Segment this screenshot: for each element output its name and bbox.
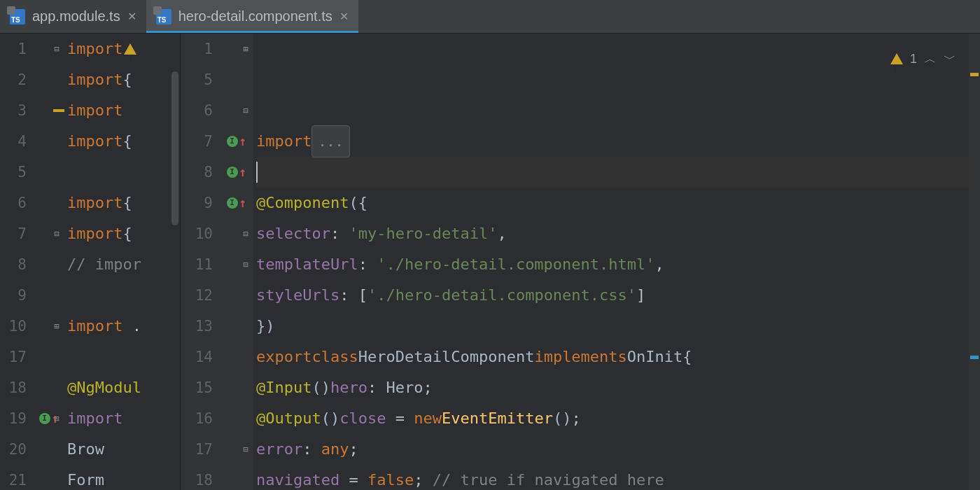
code-line[interactable]: import . (67, 311, 180, 342)
arrow-up-icon: ↑ (239, 157, 247, 188)
warning-count: 1 (910, 43, 917, 74)
line-number: 8 (0, 249, 27, 280)
line-number: 7 (181, 126, 213, 157)
gutter-marker (220, 403, 253, 434)
gutter-markers: I↑I↑I↑ (220, 34, 253, 490)
fold-collapse-icon[interactable] (52, 44, 62, 54)
gutter-marker (34, 34, 64, 64)
code-line[interactable]: // impor (67, 249, 180, 280)
gutter-marker (34, 95, 64, 126)
code-line[interactable]: navigated = false; // true if navigated … (256, 465, 969, 490)
editor-right[interactable]: 156789101112131415161718 I↑I↑I↑ 1 ︿ ﹀ im… (181, 34, 980, 490)
close-icon[interactable]: ✕ (340, 10, 349, 23)
gutter-marker (220, 249, 253, 280)
fold-collapse-icon[interactable] (52, 229, 62, 239)
fold-collapse-icon[interactable] (241, 229, 251, 239)
line-number: 9 (0, 280, 27, 311)
chevron-down-icon[interactable]: ﹀ (944, 43, 956, 74)
gutter-marker: I↑ (34, 403, 64, 434)
line-number: 20 (0, 434, 27, 465)
inspection-widget[interactable]: 1 ︿ ﹀ (890, 43, 956, 74)
gutter-marker (220, 64, 253, 95)
code-line[interactable]: import { (67, 218, 180, 249)
code-line[interactable]: import (67, 95, 180, 126)
gutter-marker: I↑ (220, 188, 253, 218)
gutter-line-numbers: 156789101112131415161718 (181, 34, 220, 490)
code-line[interactable]: @Input() hero: Hero; (256, 372, 969, 403)
code-line[interactable]: import { (67, 64, 180, 95)
line-number: 9 (181, 188, 213, 218)
code-line[interactable]: import (67, 403, 180, 434)
typescript-file-icon: TS (156, 9, 172, 24)
code-line[interactable]: }) (256, 311, 969, 342)
code-area[interactable]: 1 ︿ ﹀ import ...@Component({ selector: '… (253, 34, 969, 490)
line-number: 8 (181, 157, 213, 188)
line-number: 14 (181, 342, 213, 372)
code-line[interactable] (256, 157, 969, 188)
stripe-mark[interactable] (970, 73, 979, 76)
tab-hero-detail[interactable]: TS hero-detail.component.ts ✕ (146, 0, 358, 33)
tab-app-module[interactable]: TS app.module.ts ✕ (0, 0, 146, 33)
line-number: 10 (181, 218, 213, 249)
code-area[interactable]: importimport {importimport {import {impo… (64, 34, 180, 490)
gutter-markers: I↑ (34, 34, 64, 490)
code-line[interactable]: @Component({ (256, 188, 969, 218)
gutter-marker (34, 280, 64, 311)
gutter-marker (220, 311, 253, 342)
line-number: 1 (181, 34, 213, 64)
code-line[interactable]: error: any; (256, 434, 969, 465)
line-number: 16 (181, 403, 213, 434)
line-number: 12 (181, 280, 213, 311)
implement-marker-icon[interactable]: I (227, 136, 238, 147)
code-line[interactable]: Brow (67, 434, 180, 465)
code-line[interactable]: import ... (256, 126, 969, 157)
fold-collapse-icon[interactable] (241, 260, 251, 270)
error-stripe[interactable] (969, 34, 980, 490)
fold-collapse-icon[interactable] (52, 414, 62, 424)
code-line[interactable]: @Output() close = new EventEmitter(); (256, 403, 969, 434)
implement-marker-icon[interactable]: I (227, 197, 238, 209)
line-number: 6 (181, 95, 213, 126)
editor-left[interactable]: 123456789101718192021 I↑ importimport {i… (0, 34, 181, 490)
fold-expand-icon[interactable] (52, 321, 62, 331)
code-line[interactable] (67, 280, 180, 311)
code-line[interactable]: import { (67, 188, 180, 218)
gutter-marker (34, 342, 64, 372)
line-number: 3 (0, 95, 27, 126)
line-number: 17 (0, 342, 27, 372)
gutter-marker (220, 465, 253, 490)
code-line[interactable]: import { (67, 126, 180, 157)
close-icon[interactable]: ✕ (127, 10, 136, 23)
chevron-up-icon[interactable]: ︿ (924, 43, 937, 74)
line-number: 13 (181, 311, 213, 342)
line-number: 5 (181, 64, 213, 95)
code-line[interactable] (67, 342, 180, 372)
line-number: 11 (181, 249, 213, 280)
gutter-marker (34, 311, 64, 342)
code-line[interactable] (67, 157, 180, 188)
fold-collapse-icon[interactable] (241, 106, 251, 115)
scrollbar[interactable] (172, 71, 178, 225)
fold-expand-icon[interactable] (241, 44, 251, 54)
line-number: 19 (0, 403, 27, 434)
gutter-marker (220, 372, 253, 403)
code-line[interactable]: selector: 'my-hero-detail', (256, 218, 969, 249)
gutter-marker (34, 434, 64, 465)
stripe-mark[interactable] (970, 356, 979, 359)
gutter-marker (34, 218, 64, 249)
code-line[interactable]: export class HeroDetailComponent impleme… (256, 342, 969, 372)
line-number: 2 (0, 64, 27, 95)
code-line[interactable]: Form (67, 465, 180, 490)
code-line[interactable]: templateUrl: './hero-detail.component.ht… (256, 249, 969, 280)
implement-marker-icon[interactable]: I (227, 167, 238, 178)
implement-marker-icon[interactable]: I (39, 413, 50, 424)
code-line[interactable]: styleUrls: ['./hero-detail.component.css… (256, 280, 969, 311)
gutter-line-numbers: 123456789101718192021 (0, 34, 34, 490)
code-line[interactable]: @NgModul (67, 372, 180, 403)
line-number: 7 (0, 218, 27, 249)
gutter-marker (220, 34, 253, 64)
line-number: 15 (181, 372, 213, 403)
fold-collapse-icon[interactable] (241, 444, 251, 454)
code-line[interactable]: import (67, 34, 180, 64)
change-marker-icon (53, 109, 64, 112)
